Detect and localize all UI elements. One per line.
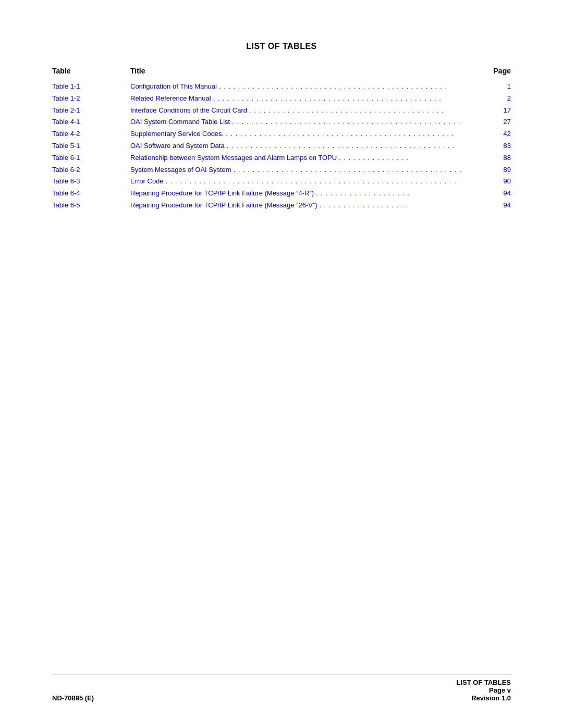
table-title-text: Repairing Procedure for TCP/IP Link Fail… bbox=[130, 188, 314, 199]
dot-leader: . . . . . . . . . . . . . . . . . . . . … bbox=[249, 105, 484, 116]
table-page[interactable]: 83 bbox=[485, 141, 511, 152]
table-page[interactable]: 17 bbox=[485, 105, 511, 116]
table-page[interactable]: 1 bbox=[485, 81, 511, 92]
footer-right: LIST OF TABLES Page v Revision 1.0 bbox=[457, 678, 511, 702]
table-row[interactable]: Table 4-2 Supplementary Service Codes. .… bbox=[52, 129, 511, 140]
dot-leader: . . . . . . . . . . . . . . . . . . . . … bbox=[234, 165, 484, 176]
dot-leader: . . . . . . . . . . . . . . . . . . . . bbox=[316, 188, 484, 199]
footer-section: LIST OF TABLES bbox=[457, 678, 511, 686]
col-header-page: Page bbox=[485, 67, 511, 75]
table-page[interactable]: 89 bbox=[485, 165, 511, 176]
table-title-cell: Configuration of This Manual . . . . . .… bbox=[130, 81, 485, 92]
table-page[interactable]: 94 bbox=[485, 188, 511, 199]
table-page[interactable]: 42 bbox=[485, 129, 511, 140]
footer-doc-id: ND-70895 (E) bbox=[52, 694, 94, 702]
table-title-text: Relationship between System Messages and… bbox=[130, 153, 337, 164]
table-title-cell: OAI System Command Table List . . . . . … bbox=[130, 117, 485, 128]
toc-list: Table 1-1 Configuration of This Manual .… bbox=[52, 81, 511, 211]
table-row[interactable]: Table 1-2 Related Reference Manual . . .… bbox=[52, 93, 511, 104]
table-title-cell: Interface Conditions of the Circuit Card… bbox=[130, 105, 485, 116]
table-title-cell: Repairing Procedure for TCP/IP Link Fail… bbox=[130, 200, 485, 211]
dot-leader: . . . . . . . . . . . . . . . . . . . bbox=[320, 200, 484, 211]
dot-leader: . . . . . . . . . . . . . . . . . . . . … bbox=[213, 93, 484, 104]
table-title-text: Related Reference Manual bbox=[130, 93, 211, 104]
dot-leader: . . . . . . . . . . . . . . . . . . . . … bbox=[232, 117, 484, 128]
table-row[interactable]: Table 6-5 Repairing Procedure for TCP/IP… bbox=[52, 200, 511, 211]
table-title-cell: System Messages of OAI System . . . . . … bbox=[130, 165, 485, 176]
table-title-text: Repairing Procedure for TCP/IP Link Fail… bbox=[130, 200, 317, 211]
page-title: LIST OF TABLES bbox=[52, 42, 511, 51]
dot-leader: . . . . . . . . . . . . . . . bbox=[339, 153, 484, 164]
table-ref[interactable]: Table 6-1 bbox=[52, 153, 120, 164]
footer-page-num: Page v bbox=[457, 686, 511, 694]
table-title-text: Interface Conditions of the Circuit Card bbox=[130, 105, 247, 116]
dot-leader: . . . . . . . . . . . . . . . . . . . . … bbox=[219, 81, 484, 92]
table-title-cell: Relationship between System Messages and… bbox=[130, 153, 485, 164]
table-title-cell: Error Code . . . . . . . . . . . . . . .… bbox=[130, 176, 485, 187]
footer-revision: Revision 1.0 bbox=[457, 694, 511, 702]
table-ref[interactable]: Table 1-1 bbox=[52, 81, 120, 92]
table-ref[interactable]: Table 4-2 bbox=[52, 129, 120, 140]
table-row[interactable]: Table 4-1 OAI System Command Table List … bbox=[52, 117, 511, 128]
table-ref[interactable]: Table 4-1 bbox=[52, 117, 120, 128]
table-title-cell: OAI Software and System Data . . . . . .… bbox=[130, 141, 485, 152]
table-page[interactable]: 88 bbox=[485, 153, 511, 164]
table-title-text: Error Code bbox=[130, 176, 164, 187]
table-ref[interactable]: Table 2-1 bbox=[52, 105, 120, 116]
table-title-text: System Messages of OAI System bbox=[130, 165, 231, 176]
table-row[interactable]: Table 2-1 Interface Conditions of the Ci… bbox=[52, 105, 511, 116]
col-header-table: Table bbox=[52, 67, 120, 75]
table-ref[interactable]: Table 6-3 bbox=[52, 176, 120, 187]
table-row[interactable]: Table 6-2 System Messages of OAI System … bbox=[52, 165, 511, 176]
page: LIST OF TABLES Table Title Page Table 1-… bbox=[0, 0, 563, 728]
col-header-title: Title bbox=[130, 67, 485, 75]
table-ref[interactable]: Table 6-2 bbox=[52, 165, 120, 176]
table-page[interactable]: 94 bbox=[485, 200, 511, 211]
table-title-text: Supplementary Service Codes. bbox=[130, 129, 224, 140]
table-row[interactable]: Table 1-1 Configuration of This Manual .… bbox=[52, 81, 511, 92]
table-row[interactable]: Table 5-1 OAI Software and System Data .… bbox=[52, 141, 511, 152]
toc-header: Table Title Page bbox=[52, 67, 511, 77]
table-ref[interactable]: Table 6-4 bbox=[52, 188, 120, 199]
table-page[interactable]: 27 bbox=[485, 117, 511, 128]
table-ref[interactable]: Table 1-2 bbox=[52, 93, 120, 104]
table-title-text: OAI System Command Table List bbox=[130, 117, 230, 128]
footer: ND-70895 (E) LIST OF TABLES Page v Revis… bbox=[52, 674, 511, 702]
table-row[interactable]: Table 6-4 Repairing Procedure for TCP/IP… bbox=[52, 188, 511, 199]
dot-leader: . . . . . . . . . . . . . . . . . . . . … bbox=[226, 129, 484, 140]
table-page[interactable]: 90 bbox=[485, 176, 511, 187]
table-row[interactable]: Table 6-1 Relationship between System Me… bbox=[52, 153, 511, 164]
table-title-text: OAI Software and System Data bbox=[130, 141, 225, 152]
table-ref[interactable]: Table 6-5 bbox=[52, 200, 120, 211]
table-row[interactable]: Table 6-3 Error Code . . . . . . . . . .… bbox=[52, 176, 511, 187]
table-title-cell: Supplementary Service Codes. . . . . . .… bbox=[130, 129, 485, 140]
dot-leader: . . . . . . . . . . . . . . . . . . . . … bbox=[166, 176, 484, 187]
dot-leader: . . . . . . . . . . . . . . . . . . . . … bbox=[227, 141, 484, 152]
table-title-cell: Related Reference Manual . . . . . . . .… bbox=[130, 93, 485, 104]
table-title-cell: Repairing Procedure for TCP/IP Link Fail… bbox=[130, 188, 485, 199]
table-title-text: Configuration of This Manual bbox=[130, 81, 217, 92]
table-ref[interactable]: Table 5-1 bbox=[52, 141, 120, 152]
table-page[interactable]: 2 bbox=[485, 93, 511, 104]
